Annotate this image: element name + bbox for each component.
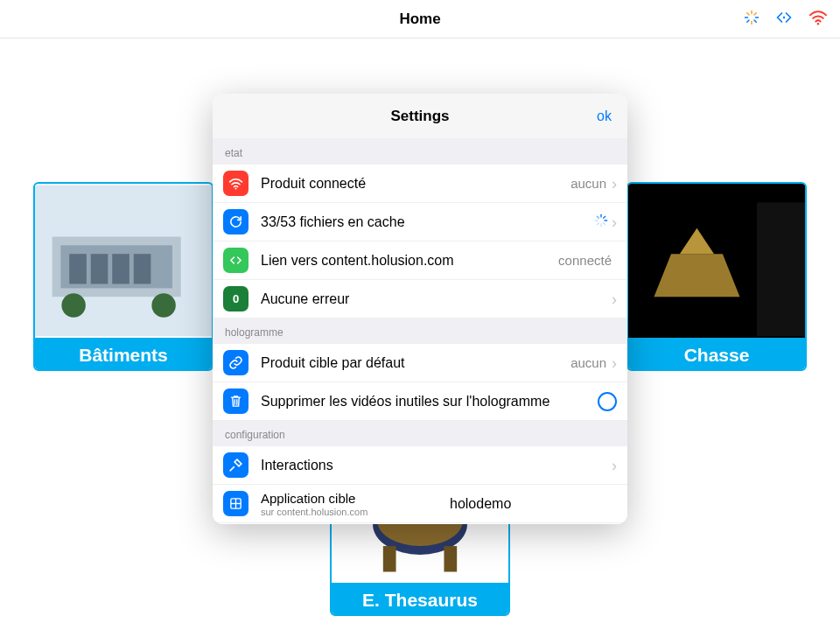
chevron-right-icon: › [612, 291, 617, 307]
link-icon [775, 10, 793, 28]
section-header-etat: etat [213, 139, 627, 164]
svg-rect-13 [69, 254, 87, 284]
row-passcode[interactable]: Passcode [213, 523, 627, 524]
popover-title: Settings [390, 108, 449, 125]
ok-button[interactable]: ok [597, 108, 612, 124]
popover-header: Settings ok [213, 94, 627, 139]
row-interactions[interactable]: Interactions › [213, 446, 627, 485]
row-label: Aucune erreur [261, 291, 612, 307]
trash-icon [223, 388, 248, 414]
svg-line-34 [604, 222, 606, 224]
card-batiments[interactable]: Bâtiments [33, 182, 214, 371]
loading-spinner-icon [594, 214, 608, 231]
svg-rect-14 [91, 254, 108, 284]
card-label: Chasse [628, 338, 805, 371]
row-lien[interactable]: Lien vers content.holusion.com connecté [213, 242, 627, 280]
row-value: connecté [558, 253, 612, 268]
svg-point-28 [235, 187, 237, 189]
row-label: 33/53 fichiers en cache [261, 214, 594, 230]
row-label: Lien vers content.holusion.com [261, 253, 558, 269]
row-cache[interactable]: 33/53 fichiers en cache › [213, 203, 627, 242]
link-icon [223, 248, 248, 273]
row-label: Application cible [261, 491, 450, 506]
radio-empty-icon[interactable] [598, 392, 617, 411]
card-label: E. Thesaurus [332, 583, 508, 616]
chevron-right-icon: › [612, 458, 617, 473]
chevron-right-icon: › [612, 214, 617, 230]
svg-line-35 [604, 216, 606, 218]
row-supprimer-videos[interactable]: Supprimer les vidéos inutiles sur l'holo… [213, 382, 627, 421]
nav-status-icons [744, 0, 828, 38]
card-image [628, 184, 805, 338]
row-erreurs[interactable]: 0 Aucune erreur › [213, 280, 627, 318]
card-label: Bâtiments [35, 338, 212, 371]
svg-point-8 [783, 17, 786, 19]
error-count-badge: 0 [223, 286, 248, 312]
svg-line-5 [754, 20, 756, 22]
svg-line-7 [747, 20, 749, 22]
row-sublabel: sur content.holusion.com [261, 507, 450, 517]
chevron-right-icon: › [612, 176, 617, 192]
row-label: Produit cible par défaut [261, 355, 570, 371]
svg-point-18 [151, 293, 175, 317]
row-label: Produit connecté [261, 176, 570, 192]
section-header-configuration: configuration [213, 421, 627, 446]
svg-line-36 [597, 222, 598, 224]
link-chain-icon [223, 350, 248, 375]
svg-rect-16 [134, 254, 151, 284]
page-title: Home [399, 10, 440, 28]
row-label: Supprimer les vidéos inutiles sur l'holo… [261, 394, 598, 410]
section-header-hologramme: hologramme [213, 318, 627, 344]
tools-icon [223, 452, 248, 478]
svg-rect-26 [383, 546, 396, 571]
card-chasse[interactable]: Chasse [626, 182, 807, 371]
application-target-input[interactable] [450, 496, 625, 512]
svg-point-9 [817, 23, 820, 25]
svg-rect-27 [444, 546, 457, 571]
svg-rect-15 [112, 254, 130, 284]
settings-popover: Settings ok etat Produit connecté aucun … [213, 94, 627, 524]
chevron-right-icon: › [612, 355, 617, 371]
svg-line-4 [747, 13, 749, 15]
row-application-cible[interactable]: Application cible sur content.holusion.c… [213, 485, 627, 523]
svg-line-6 [754, 13, 756, 15]
refresh-icon [223, 209, 248, 234]
loading-spinner-icon [744, 10, 760, 29]
card-image [35, 184, 212, 338]
row-produit-connecte[interactable]: Produit connecté aucun › [213, 164, 627, 203]
row-value: aucun [570, 176, 606, 191]
row-produit-cible[interactable]: Produit cible par défaut aucun › [213, 344, 627, 382]
app-grid-icon [223, 491, 248, 516]
svg-line-33 [597, 216, 598, 218]
svg-point-17 [61, 293, 85, 317]
wifi-icon [808, 10, 828, 29]
svg-rect-22 [757, 202, 805, 336]
row-value: aucun [570, 355, 606, 370]
navigation-bar: Home [0, 0, 840, 38]
row-label: Interactions [261, 458, 612, 473]
wifi-icon [223, 171, 248, 196]
